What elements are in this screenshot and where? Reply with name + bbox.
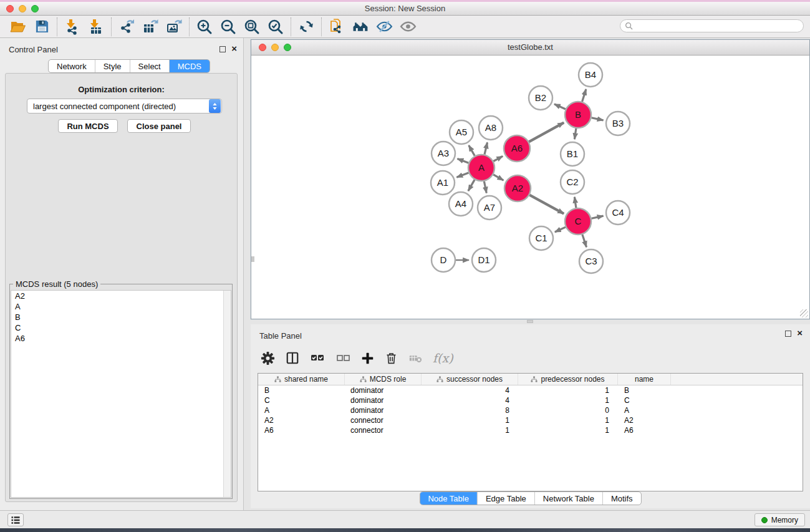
node-A7[interactable]: A7	[478, 196, 501, 220]
edge-B-B1[interactable]	[574, 128, 576, 139]
edge-A-A5[interactable]	[469, 145, 475, 156]
import-network-button[interactable]	[60, 17, 84, 37]
close-network-button[interactable]	[259, 44, 266, 51]
hide-graphics-details-button[interactable]	[372, 17, 396, 37]
edge-A-A4[interactable]	[468, 180, 475, 191]
edge-B-B2[interactable]	[554, 104, 566, 109]
node-B[interactable]: B	[565, 102, 591, 128]
edge-A-A3[interactable]	[457, 158, 468, 163]
table-settings-button[interactable]	[261, 351, 275, 365]
clone-network-button[interactable]	[325, 17, 349, 37]
show-command-list-button[interactable]	[7, 513, 24, 526]
float-panel-icon[interactable]	[219, 46, 226, 52]
node-B4[interactable]: B4	[579, 63, 602, 87]
select-all-columns-button[interactable]	[310, 351, 325, 365]
node-B3[interactable]: B3	[606, 112, 630, 135]
edge-A-A8[interactable]	[485, 142, 488, 154]
node-B2[interactable]: B2	[529, 86, 552, 110]
tab-network[interactable]: Network	[49, 60, 95, 72]
edge-A-A2[interactable]	[493, 175, 503, 180]
column-header-shared-name[interactable]: shared name	[258, 374, 345, 385]
node-A8[interactable]: A8	[479, 116, 503, 140]
table-row[interactable]: Cdominator41C	[258, 395, 803, 405]
export-table-button[interactable]	[138, 17, 162, 37]
edge-C-C4[interactable]	[591, 216, 603, 218]
delete-table-button[interactable]	[408, 351, 422, 365]
tab-style[interactable]: Style	[95, 60, 130, 72]
node-C2[interactable]: C2	[561, 170, 584, 194]
tab-mcds[interactable]: MCDS	[169, 60, 210, 72]
node-A2[interactable]: A2	[504, 175, 531, 201]
edge-A6-B[interactable]	[529, 123, 564, 142]
zoom-window-button[interactable]	[31, 5, 39, 12]
open-session-button[interactable]	[6, 17, 30, 37]
mcds-result-item[interactable]: C	[11, 322, 231, 333]
node-C3[interactable]: C3	[579, 249, 603, 273]
edge-B-B3[interactable]	[591, 118, 603, 120]
edge-C-C3[interactable]	[582, 235, 587, 247]
zoom-out-button[interactable]	[216, 17, 240, 37]
edge-C-C2[interactable]	[574, 197, 576, 208]
refresh-button[interactable]	[294, 17, 318, 37]
column-header-name[interactable]: name	[618, 374, 671, 385]
float-table-panel-icon[interactable]	[785, 331, 791, 337]
node-A[interactable]: A	[468, 155, 494, 181]
deselect-all-columns-button[interactable]	[335, 351, 350, 365]
close-panel-button[interactable]: Close panel	[127, 119, 191, 133]
zoom-network-button[interactable]	[284, 44, 291, 51]
memory-button[interactable]: Memory	[755, 513, 805, 526]
tab-node-table[interactable]: Node Table	[420, 492, 477, 505]
close-window-button[interactable]	[6, 5, 14, 12]
mcds-result-item[interactable]: A	[11, 301, 231, 312]
column-header-mcds-role[interactable]: MCDS role	[345, 374, 422, 385]
node-C4[interactable]: C4	[606, 201, 630, 225]
node-A4[interactable]: A4	[449, 192, 473, 216]
mcds-result-item[interactable]: A2	[11, 291, 231, 301]
show-columns-button[interactable]	[286, 351, 299, 365]
mcds-list-scrollbar[interactable]	[223, 291, 231, 497]
edge-B-B4[interactable]	[582, 89, 586, 102]
node-A5[interactable]: A5	[450, 120, 473, 144]
create-column-button[interactable]	[361, 352, 374, 365]
mcds-result-item[interactable]: B	[11, 312, 231, 322]
export-network-button[interactable]	[115, 17, 138, 37]
node-A6[interactable]: A6	[504, 135, 530, 162]
node-A3[interactable]: A3	[432, 142, 455, 165]
close-table-panel-icon[interactable]: ×	[797, 328, 803, 338]
edge-A-A6[interactable]	[493, 156, 503, 161]
tab-network-table[interactable]: Network Table	[534, 492, 602, 505]
save-session-button[interactable]	[30, 17, 54, 37]
minimize-network-button[interactable]	[271, 44, 279, 51]
run-mcds-button[interactable]: Run MCDS	[58, 119, 118, 133]
node-D[interactable]: D	[432, 248, 455, 272]
column-header-predecessor-nodes[interactable]: predecessor nodes	[518, 374, 618, 385]
node-D1[interactable]: D1	[472, 248, 496, 272]
edge-A2-C[interactable]	[529, 195, 564, 214]
search-input[interactable]	[635, 21, 803, 31]
tab-edge-table[interactable]: Edge Table	[477, 492, 534, 505]
show-graphics-details-button[interactable]	[396, 17, 420, 37]
panel-split-handle[interactable]	[527, 320, 533, 323]
criterion-dropdown[interactable]: largest connected component (directed)	[27, 99, 222, 114]
network-canvas[interactable]: B4B2BB3A5A8A6A3B1AC2A1A2A4A7CC4C1C3DD1	[251, 56, 809, 319]
node-A1[interactable]: A1	[431, 171, 455, 195]
tab-select[interactable]: Select	[130, 60, 169, 72]
node-C1[interactable]: C1	[529, 226, 553, 250]
function-builder-button[interactable]: f(x)	[433, 351, 453, 365]
search-field[interactable]	[620, 19, 804, 32]
node-C[interactable]: C	[565, 208, 591, 235]
zoom-in-button[interactable]	[193, 17, 216, 37]
minimize-window-button[interactable]	[19, 5, 26, 12]
mcds-result-item[interactable]: A6	[11, 333, 231, 344]
close-panel-icon[interactable]: ×	[231, 44, 237, 54]
edge-A-A7[interactable]	[484, 181, 486, 193]
network-window-titlebar[interactable]: testGlobe.txt	[251, 40, 809, 56]
tab-motifs[interactable]: Motifs	[602, 492, 641, 505]
table-row[interactable]: A2connector11A2	[258, 415, 803, 425]
resize-grip[interactable]	[800, 309, 808, 317]
table-row[interactable]: Bdominator41B	[258, 385, 803, 395]
delete-column-button[interactable]	[385, 352, 398, 365]
column-header-successor-nodes[interactable]: successor nodes	[422, 374, 518, 385]
zoom-selected-button[interactable]	[264, 17, 287, 37]
table-row[interactable]: A6connector11A6	[258, 425, 803, 435]
